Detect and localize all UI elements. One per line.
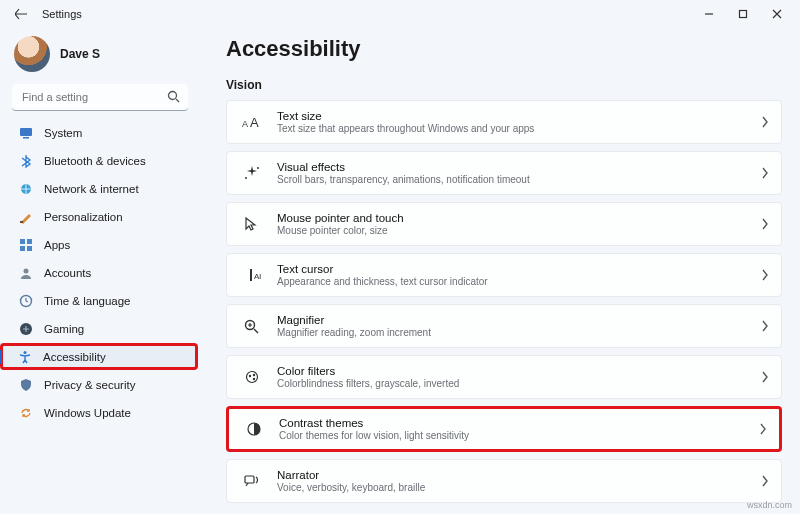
svg-point-12 — [24, 351, 27, 354]
card-color-filters[interactable]: Color filters Colorblindness filters, gr… — [226, 355, 782, 399]
sidebar-item-network[interactable]: Network & internet — [8, 175, 192, 202]
mouse-pointer-icon — [239, 214, 265, 234]
close-button[interactable] — [760, 2, 794, 26]
svg-rect-0 — [740, 11, 747, 18]
search-field[interactable] — [12, 84, 188, 111]
chevron-right-icon — [761, 167, 769, 179]
clock-icon — [18, 293, 34, 309]
personalization-icon — [18, 209, 34, 225]
window-controls — [692, 2, 794, 26]
sidebar-item-label: Gaming — [44, 323, 84, 335]
card-desc: Text size that appears throughout Window… — [277, 123, 761, 134]
svg-point-23 — [253, 378, 255, 380]
card-mouse-pointer[interactable]: Mouse pointer and touch Mouse pointer co… — [226, 202, 782, 246]
sidebar-item-apps[interactable]: Apps — [8, 231, 192, 258]
card-title: Color filters — [277, 365, 761, 377]
svg-rect-8 — [27, 246, 32, 251]
sidebar-item-privacy[interactable]: Privacy & security — [8, 371, 192, 398]
card-text-cursor[interactable]: Ab Text cursor Appearance and thickness,… — [226, 253, 782, 297]
card-desc: Appearance and thickness, text cursor in… — [277, 276, 761, 287]
text-cursor-icon: Ab — [239, 265, 265, 285]
svg-rect-5 — [20, 239, 25, 244]
sidebar-item-label: Privacy & security — [44, 379, 135, 391]
card-desc: Color themes for low vision, light sensi… — [279, 430, 759, 441]
chevron-right-icon — [761, 116, 769, 128]
sidebar-item-personalization[interactable]: Personalization — [8, 203, 192, 230]
card-contrast-themes[interactable]: Contrast themes Color themes for low vis… — [226, 406, 782, 452]
svg-point-21 — [249, 375, 251, 377]
svg-point-22 — [253, 374, 255, 376]
svg-rect-3 — [23, 137, 29, 139]
card-desc: Colorblindness filters, grayscale, inver… — [277, 378, 761, 389]
card-visual-effects[interactable]: Visual effects Scroll bars, transparency… — [226, 151, 782, 195]
card-desc: Scroll bars, transparency, animations, n… — [277, 174, 761, 185]
search-icon — [167, 90, 180, 103]
sidebar-item-label: Apps — [44, 239, 70, 251]
accessibility-icon — [17, 349, 33, 365]
sidebar-item-system[interactable]: System — [8, 119, 192, 146]
chevron-right-icon — [761, 218, 769, 230]
svg-text:A: A — [250, 115, 259, 130]
contrast-icon — [241, 419, 267, 439]
svg-rect-17 — [250, 269, 252, 281]
svg-rect-4 — [20, 221, 23, 223]
text-size-icon: AA — [239, 112, 265, 132]
color-filters-icon — [239, 367, 265, 387]
sidebar-item-accessibility[interactable]: Accessibility — [0, 343, 198, 370]
sidebar-item-bluetooth[interactable]: Bluetooth & devices — [8, 147, 192, 174]
sparkle-icon — [239, 163, 265, 183]
sidebar-item-label: System — [44, 127, 82, 139]
sidebar-item-label: Personalization — [44, 211, 123, 223]
card-desc: Mouse pointer color, size — [277, 225, 761, 236]
sidebar-nav: System Bluetooth & devices Network & int… — [8, 119, 192, 426]
svg-point-1 — [169, 92, 177, 100]
card-title: Text cursor — [277, 263, 761, 275]
minimize-button[interactable] — [692, 2, 726, 26]
sidebar-item-accounts[interactable]: Accounts — [8, 259, 192, 286]
user-block[interactable]: Dave S — [8, 34, 192, 80]
avatar — [14, 36, 50, 72]
card-narrator[interactable]: Narrator Voice, verbosity, keyboard, bra… — [226, 459, 782, 503]
svg-rect-6 — [27, 239, 32, 244]
watermark: wsxdn.com — [747, 500, 792, 510]
svg-rect-2 — [20, 128, 32, 136]
maximize-button[interactable] — [726, 2, 760, 26]
chevron-right-icon — [759, 423, 767, 435]
sidebar-item-gaming[interactable]: Gaming — [8, 315, 192, 342]
update-icon — [18, 405, 34, 421]
main-content: Accessibility Vision AA Text size Text s… — [198, 28, 800, 514]
svg-point-9 — [24, 268, 29, 273]
bluetooth-icon — [18, 153, 34, 169]
card-magnifier[interactable]: Magnifier Magnifier reading, zoom increm… — [226, 304, 782, 348]
search-input[interactable] — [12, 84, 188, 111]
card-title: Narrator — [277, 469, 761, 481]
svg-point-16 — [245, 177, 247, 179]
system-icon — [18, 125, 34, 141]
sidebar: Dave S System Bluetooth & devices Networ… — [0, 28, 198, 514]
magnifier-icon — [239, 316, 265, 336]
sidebar-item-time[interactable]: Time & language — [8, 287, 192, 314]
sidebar-item-label: Network & internet — [44, 183, 139, 195]
section-heading: Vision — [226, 78, 782, 92]
sidebar-item-label: Accounts — [44, 267, 91, 279]
titlebar: Settings — [0, 0, 800, 28]
network-icon — [18, 181, 34, 197]
svg-text:Ab: Ab — [254, 272, 261, 281]
card-text-size[interactable]: AA Text size Text size that appears thro… — [226, 100, 782, 144]
sidebar-item-update[interactable]: Windows Update — [8, 399, 192, 426]
accounts-icon — [18, 265, 34, 281]
sidebar-item-label: Windows Update — [44, 407, 131, 419]
back-button[interactable] — [10, 3, 32, 25]
gaming-icon — [18, 321, 34, 337]
chevron-right-icon — [761, 320, 769, 332]
card-title: Contrast themes — [279, 417, 759, 429]
card-title: Text size — [277, 110, 761, 122]
apps-icon — [18, 237, 34, 253]
card-desc: Magnifier reading, zoom increment — [277, 327, 761, 338]
svg-text:A: A — [242, 119, 248, 129]
svg-point-20 — [247, 372, 258, 383]
chevron-right-icon — [761, 269, 769, 281]
narrator-icon — [239, 471, 265, 491]
sidebar-item-label: Accessibility — [43, 351, 106, 363]
card-desc: Voice, verbosity, keyboard, braille — [277, 482, 761, 493]
